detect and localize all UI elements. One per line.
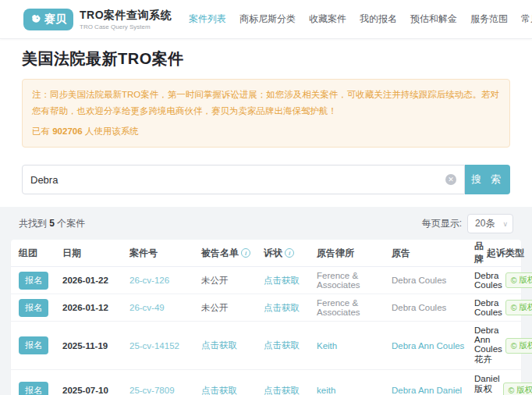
cell-law-firm: Ference & Associates <box>317 298 388 317</box>
cell-defendants: 未公开 <box>201 275 261 286</box>
page-size-control: 每页显示: 20条 ∨ <box>422 214 513 233</box>
search-row: ✕ 搜 索 <box>22 165 510 194</box>
table-row: 报名2026-01-2226-cv-126未公开点击获取Ference & As… <box>11 267 521 294</box>
lawsuit-type-label: 版权 <box>516 385 532 395</box>
page-title: 美国法院最新TRO案件 <box>22 48 510 69</box>
signup-button[interactable]: 报名 <box>19 299 48 317</box>
case-number-link[interactable]: 25-cv-7809 <box>129 386 198 395</box>
search-input[interactable] <box>30 174 445 186</box>
table-header-row: 组团日期案件号被告名单i诉状i原告律所原告品牌起诉类型 <box>11 240 521 267</box>
nav-item-2[interactable]: 收藏案件 <box>309 12 346 26</box>
cell-plaintiff: Debra Coules <box>392 276 471 285</box>
copyright-icon: © <box>511 341 517 351</box>
page-size-select[interactable]: 20条 ∨ <box>467 214 513 233</box>
cases-table-card: 组团日期案件号被告名单i诉状i原告律所原告品牌起诉类型 报名2026-01-22… <box>11 240 521 395</box>
nav-item-3[interactable]: 我的报名 <box>360 12 397 26</box>
cell-plaintiff[interactable]: Debra Ann Coules <box>392 341 471 351</box>
chevron-down-icon: ∨ <box>502 220 508 228</box>
brand-logo[interactable]: 赛贝 <box>23 9 73 30</box>
cell-defendants[interactable]: 点击获取 <box>201 340 261 351</box>
signup-button[interactable]: 报名 <box>19 272 48 290</box>
lawsuit-type-badge[interactable]: ©版权 <box>505 300 532 315</box>
cell-lawsuit-type: ©版权 <box>505 272 532 288</box>
info-icon[interactable]: i <box>241 248 250 258</box>
nav-item-0[interactable]: 案件列表 <box>189 12 226 26</box>
column-header: 案件号 <box>129 247 198 260</box>
results-meta: 共找到 5 个案件 每页显示: 20条 ∨ <box>0 207 532 240</box>
column-header: 日期 <box>62 247 126 260</box>
cell-lawsuit-type: ©版权 <box>505 338 532 354</box>
column-header: 品牌 <box>474 240 484 266</box>
copyright-icon: © <box>511 276 517 285</box>
cell-plaintiff[interactable]: Debra Ann Daniel <box>392 386 471 395</box>
cell-law-firm[interactable]: Keith <box>317 341 388 351</box>
lawsuit-type-badge[interactable]: ©版权 <box>505 272 532 288</box>
notice-banner: 注：同步美国法院最新TRO案件，第一时间掌握诉讼进展；如您涉及相关案件，可收藏关… <box>22 79 510 148</box>
logo-text: 赛贝 <box>44 12 66 27</box>
usage-line: 已有 902706 人使用该系统 <box>32 123 500 140</box>
column-header: 组团 <box>19 247 59 260</box>
nav-item-5[interactable]: 服务范围 <box>470 12 508 26</box>
lawsuit-type-badge[interactable]: ©版权 <box>505 338 532 354</box>
cell-lawsuit-type: ©版权 <box>505 300 532 315</box>
column-header: 诉状i <box>264 247 314 260</box>
lawsuit-type-label: 版权 <box>520 275 532 286</box>
table-body: 报名2026-01-2226-cv-126未公开点击获取Ference & As… <box>11 267 521 395</box>
usage-count: 902706 <box>52 126 82 136</box>
cell-lawsuit-type: ©版权 <box>503 383 532 395</box>
table-row: 报名2025-11-1925-cv-14152点击获取点击获取KeithDebr… <box>11 322 521 370</box>
nav-item-6[interactable]: 常见问题 <box>521 12 532 26</box>
info-icon[interactable]: i <box>285 248 294 258</box>
column-header: 原告律所 <box>317 247 388 260</box>
column-header: 原告 <box>392 247 471 260</box>
page-size-value: 20条 <box>475 217 495 230</box>
lawsuit-type-badge[interactable]: ©版权 <box>503 383 532 395</box>
signup-button[interactable]: 报名 <box>19 382 48 395</box>
cell-signup: 报名 <box>19 382 59 395</box>
clear-search-icon[interactable]: ✕ <box>445 174 456 185</box>
result-count: 共找到 5 个案件 <box>19 217 85 230</box>
table-row: 报名2025-07-1025-cv-7809点击获取点击获取keithDebra… <box>11 370 521 395</box>
complaint-link[interactable]: 点击获取 <box>264 275 314 286</box>
cell-date: 2026-01-12 <box>62 303 126 312</box>
cell-plaintiff: Debra Coules <box>392 303 471 312</box>
cell-date: 2026-01-22 <box>62 276 126 285</box>
cell-brand: Debra Ann Coules花卉 <box>474 326 502 365</box>
main-nav: 案件列表商标尼斯分类收藏案件我的报名预估和解金服务范围常见问题关于我们 <box>189 12 532 26</box>
cell-brand: Daniel 版权画 <box>474 374 500 395</box>
cell-date: 2025-11-19 <box>62 341 126 351</box>
search-field[interactable]: ✕ <box>22 165 465 194</box>
hero-panel: 美国法院最新TRO案件 注：同步美国法院最新TRO案件，第一时间掌握诉讼进展；如… <box>0 39 532 207</box>
notice-text: 注：同步美国法院最新TRO案件，第一时间掌握诉讼进展；如您涉及相关案件，可收藏关… <box>32 87 500 119</box>
lawsuit-type-label: 版权 <box>520 340 532 351</box>
cell-signup: 报名 <box>19 336 59 354</box>
cell-defendants[interactable]: 点击获取 <box>201 385 261 395</box>
cell-signup: 报名 <box>19 272 59 290</box>
signup-button[interactable]: 报名 <box>19 336 48 354</box>
rabbit-logo-icon <box>30 14 41 25</box>
app-subtitle: TRO Case Query System <box>80 23 172 30</box>
complaint-link[interactable]: 点击获取 <box>264 302 314 314</box>
cell-brand: Debra Coules <box>474 298 502 317</box>
nav-item-1[interactable]: 商标尼斯分类 <box>239 12 296 26</box>
cell-defendants: 未公开 <box>201 302 261 314</box>
cell-law-firm[interactable]: keith <box>317 386 388 395</box>
complaint-link[interactable]: 点击获取 <box>264 340 314 351</box>
brand-text: TRO案件查询系统 TRO Case Query System <box>80 9 172 30</box>
nav-item-4[interactable]: 预估和解金 <box>410 12 457 26</box>
case-number-link[interactable]: 25-cv-14152 <box>129 341 198 351</box>
app-title: TRO案件查询系统 <box>80 9 172 23</box>
complaint-link[interactable]: 点击获取 <box>264 385 314 395</box>
cell-signup: 报名 <box>19 299 59 317</box>
table-row: 报名2026-01-1226-cv-49未公开点击获取Ference & Ass… <box>11 294 521 322</box>
copyright-icon: © <box>509 386 515 395</box>
lawsuit-type-label: 版权 <box>520 302 532 313</box>
search-button[interactable]: 搜 索 <box>465 165 510 194</box>
case-number-link[interactable]: 26-cv-49 <box>129 303 198 312</box>
top-header: 赛贝 TRO案件查询系统 TRO Case Query System 案件列表商… <box>0 0 532 39</box>
case-number-link[interactable]: 26-cv-126 <box>129 276 198 285</box>
column-header: 被告名单i <box>201 247 261 260</box>
cell-law-firm: Ference & Associates <box>317 271 388 290</box>
column-header: 起诉类型 <box>487 247 532 260</box>
cell-brand: Debra Coules <box>474 271 502 290</box>
